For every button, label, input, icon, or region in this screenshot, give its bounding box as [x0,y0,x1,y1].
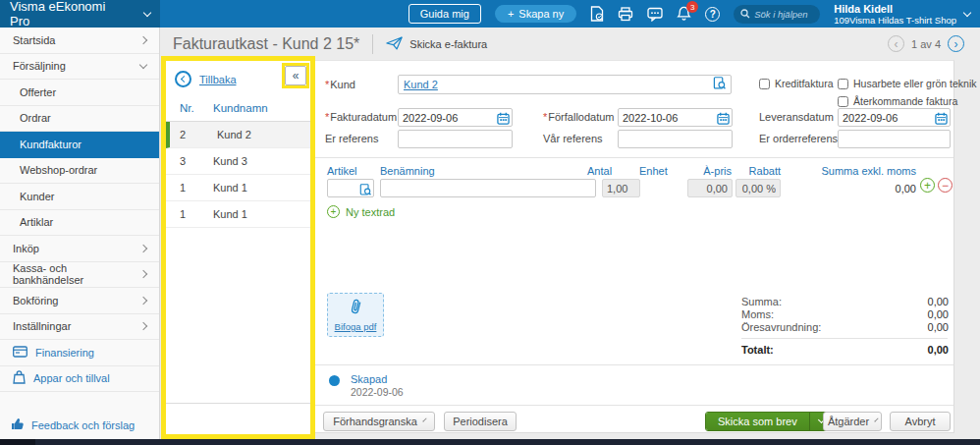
plus-icon: + [327,205,340,218]
document-check-icon[interactable] [590,6,604,22]
prev-record-button[interactable]: ‹ [888,35,904,52]
preview-button[interactable]: Förhandsgranska [323,412,435,431]
section-divider [315,157,953,158]
chevron-right-icon [139,297,147,305]
timeline-event-date: 2022-09-06 [351,386,404,398]
printer-icon[interactable] [618,7,633,22]
new-text-row-button[interactable]: + Ny textrad [327,205,395,218]
apris-input[interactable] [687,179,733,197]
var-referens-input[interactable] [618,130,733,148]
customer-table-header: Nr. Kundnamn [166,96,310,122]
user-menu[interactable]: Hilda Kidell 109Visma Hildas T-shirt Sho… [834,3,974,26]
sidebar-nav: Startsida Försäljning Offerter Ordrar Ku… [0,28,160,439]
moms-value: 0,00 [850,308,949,320]
customer-row[interactable]: 3 Kund 3 [166,148,310,175]
pager-text: 1 av 4 [911,38,941,50]
customer-name: Kund 3 [213,155,247,167]
sidebar-item-artiklar[interactable]: Artiklar [0,210,159,237]
sidebar-item-kassa-bank[interactable]: Kassa- och bankhändelser [0,262,159,289]
antal-input[interactable] [602,179,640,197]
sidebar-item-label: Appar och tillval [33,372,110,384]
sidebar-item-kunder[interactable]: Kunder [0,184,159,210]
paperclip-icon [347,297,365,321]
benamning-field [380,179,596,197]
oresavrundning-value: 0,00 [850,321,949,333]
customer-lookup-icon[interactable] [713,76,726,93]
customer-row[interactable]: 2 Kund 2 [166,122,310,148]
var-referens-field [618,130,733,148]
remove-line-button[interactable]: − [938,178,953,193]
kreditfaktura-checkbox[interactable] [759,79,770,89]
calendar-icon[interactable] [497,111,510,129]
chevron-down-icon [963,8,971,16]
search-input[interactable] [754,9,815,20]
record-pager: ‹ 1 av 4 › [888,35,964,52]
customer-row[interactable]: 1 Kund 1 [166,201,310,228]
attach-pdf-dropzone[interactable]: Bifoga pdf [327,293,384,337]
atgarder-button[interactable]: Åtgärder [823,412,882,431]
sidebar-item-installningar[interactable]: Inställningar [0,314,159,341]
sidebar-item-offerter[interactable]: Offerter [0,80,159,106]
help-icon[interactable]: ? [705,7,720,22]
cancel-button[interactable]: Avbryt [890,412,951,431]
aterkommande-checkbox[interactable] [838,96,848,107]
thumbs-up-icon [11,417,25,432]
fakturadatum-input[interactable] [398,108,513,127]
next-record-button[interactable]: › [948,35,964,52]
sidebar-item-webshop-ordrar[interactable]: Webshop-ordrar [0,158,159,185]
wallet-icon [13,346,27,360]
fakturadatum-label: *Fakturadatum [325,111,397,123]
customer-row[interactable]: 1 Kund 1 [166,175,310,201]
sidebar-item-kundfakturor[interactable]: Kundfakturor [0,132,159,158]
benamning-input[interactable] [380,179,596,197]
feedback-link[interactable]: Feedback och förslag [11,417,135,432]
column-apris: À-pris [687,165,732,177]
back-link[interactable]: Tillbaka [199,74,237,85]
sidebar-item-appar-tillval[interactable]: Appar och tillval [0,366,159,393]
forfallodatum-input[interactable] [618,108,733,127]
sidebar-item-bokforing[interactable]: Bokföring [0,288,159,314]
calendar-icon[interactable] [717,111,730,129]
calendar-icon[interactable] [935,111,948,129]
sidebar-item-forsaljning[interactable]: Försäljning [0,54,159,81]
sidebar-item-startsida[interactable]: Startsida [0,28,159,54]
create-new-button[interactable]: + Skapa ny [495,5,576,23]
oresavrundning-label: Öresavrundning: [741,321,821,333]
shopping-bag-icon [13,370,26,386]
panel-divider [166,403,310,404]
kreditfaktura-label: Kreditfaktura [775,78,834,89]
kund-field[interactable]: Kund 2 [398,75,732,94]
leveransdatum-input[interactable] [838,108,951,127]
notifications-bell-icon[interactable]: 3 [677,6,691,22]
app-menu[interactable]: Visma eEkonomi Pro [0,0,160,28]
send-einvoice-button[interactable]: Skicka e-faktura [386,36,487,52]
sidebar-item-inkop[interactable]: Inköp [0,236,159,262]
customer-name: Kund 2 [217,129,251,140]
er-orderreferens-input[interactable] [838,130,951,148]
plus-icon: + [508,8,514,20]
send-letter-label[interactable]: Skicka som brev [706,413,809,430]
page-title: Fakturautkast - Kund 2 15* [173,35,359,53]
guide-button[interactable]: Guida mig [408,4,481,24]
periodisera-label: Periodisera [453,416,508,427]
app-title: Visma eEkonomi Pro [10,0,129,28]
periodisera-button[interactable]: Periodisera [444,412,517,431]
chat-icon[interactable] [647,7,663,22]
sidebar-item-ordrar[interactable]: Ordrar [0,106,159,133]
sidebar-item-label: Artiklar [20,216,53,228]
back-circle-icon[interactable] [175,71,191,87]
sidebar-item-finansiering[interactable]: Finansiering [0,340,159,366]
er-referens-label: Er referens [325,133,378,144]
article-lookup-icon[interactable] [359,182,371,199]
sidebar-item-label: Webshop-ordrar [20,164,97,176]
collapse-panel-button[interactable]: « [285,66,306,85]
attach-pdf-label[interactable]: Bifoga pdf [335,321,377,332]
add-line-button[interactable]: + [920,178,935,193]
kund-value-link[interactable]: Kund 2 [404,79,438,90]
rabatt-input[interactable] [735,179,781,197]
customer-list-panel-highlight: Tillbaka « Nr. Kundnamn 2 Kund 2 3 Kund … [161,56,315,439]
er-referens-input[interactable] [398,130,513,148]
send-letter-button[interactable]: Skicka som brev [705,412,834,431]
column-benamning: Benämning [380,165,435,177]
husarbete-checkbox[interactable] [838,79,848,89]
